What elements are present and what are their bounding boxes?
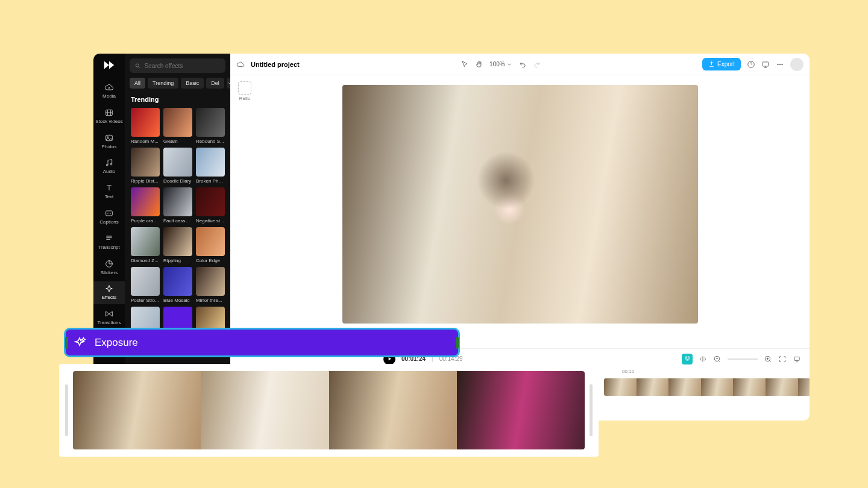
effect-label: Poster Stro... [131, 298, 160, 303]
nav-effects[interactable]: Effects [93, 281, 125, 304]
nav-captions[interactable]: Captions [93, 206, 125, 229]
effect-thumb [196, 227, 225, 256]
effect-label: Gleam [163, 139, 192, 144]
ruler-tick: 00:12 [622, 369, 634, 378]
fit-icon[interactable] [778, 355, 787, 363]
ratio-control[interactable]: Ratio [236, 81, 253, 101]
nav-media[interactable]: Media [93, 80, 125, 103]
nav-label: Transcript [98, 245, 119, 251]
effect-item[interactable]: Random M... [131, 108, 160, 144]
sticker-icon [104, 259, 114, 269]
clip-handle-left[interactable] [65, 337, 68, 349]
effect-item[interactable]: Poster Stro... [131, 267, 160, 303]
redo-icon[interactable] [533, 60, 541, 69]
nav-stickers[interactable]: Stickers [93, 257, 125, 280]
export-label: Export [717, 61, 735, 67]
ratio-label: Ratio [239, 96, 251, 101]
present-icon[interactable] [761, 60, 770, 69]
svg-rect-1 [106, 135, 113, 140]
help-icon[interactable] [747, 60, 755, 69]
strip-handle-left[interactable] [65, 384, 68, 436]
video-preview[interactable] [342, 85, 698, 324]
split-icon[interactable] [699, 355, 707, 363]
effect-item[interactable]: Gleam [163, 108, 192, 144]
hand-tool-icon[interactable] [475, 60, 483, 69]
nav-label: Stickers [101, 271, 118, 276]
effect-item[interactable]: Negative st... [196, 187, 225, 224]
search-input[interactable] [145, 63, 221, 69]
canvas-area[interactable]: Ratio [230, 75, 810, 348]
nav-transitions[interactable]: Transitions [93, 307, 125, 330]
video-clip[interactable] [604, 378, 810, 396]
nav-audio[interactable]: Audio [93, 155, 125, 178]
effect-label: Color Edge [196, 258, 225, 263]
nav-label: Photos [102, 145, 117, 150]
svg-rect-5 [106, 211, 113, 216]
zoom-select[interactable]: 100% [489, 61, 512, 67]
effect-thumb [131, 227, 160, 256]
captions-icon [104, 208, 114, 218]
effect-item[interactable]: Fault casset... [163, 187, 192, 224]
chip-trending[interactable]: Trending [148, 78, 178, 89]
svg-point-12 [782, 64, 783, 65]
effect-thumb [196, 187, 225, 216]
effect-item[interactable]: Rippling [163, 227, 192, 263]
effect-label: Rippling [163, 258, 192, 263]
cloud-icon [236, 60, 245, 69]
svg-point-3 [106, 164, 108, 166]
search-input-wrap[interactable] [130, 58, 225, 73]
effect-label: Random M... [131, 139, 160, 144]
nav-stock-videos[interactable]: Stock videos [93, 105, 125, 128]
nav-transcript[interactable]: Transcript [93, 231, 125, 254]
svg-rect-9 [763, 61, 768, 66]
strip-frames[interactable] [73, 371, 585, 449]
clip-handle-right[interactable] [456, 337, 459, 349]
svg-point-4 [110, 164, 112, 166]
nav-label: Effects [102, 295, 116, 301]
effect-item[interactable]: Rebound S... [196, 108, 225, 144]
effect-thumb [163, 108, 192, 137]
effect-item[interactable]: Ripple Dist... [131, 148, 160, 184]
effect-thumb [131, 267, 160, 296]
transitions-icon [104, 309, 114, 319]
nav-label: Audio [103, 169, 115, 175]
chip-more-partial[interactable]: Del [206, 78, 224, 89]
chip-basic[interactable]: Basic [181, 78, 204, 89]
magnet-icon [684, 355, 691, 362]
effect-item[interactable]: Doodle Diary [163, 148, 192, 184]
effect-label: Mirror thre... [196, 298, 225, 303]
effect-label: Doodle Diary [163, 178, 192, 184]
nav-photos[interactable]: Photos [93, 131, 125, 154]
user-avatar[interactable] [790, 58, 804, 71]
zoom-in-icon[interactable] [764, 355, 772, 363]
zoom-slider[interactable] [728, 358, 758, 360]
transcript-icon [104, 234, 114, 243]
chip-all[interactable]: All [130, 78, 145, 89]
nav-label: Media [102, 94, 116, 99]
more-icon[interactable] [776, 60, 784, 69]
effect-item[interactable]: Color Edge [196, 227, 225, 263]
frame-thumb [201, 371, 329, 449]
export-button[interactable]: Export [702, 58, 741, 70]
effect-item[interactable]: Blue Mosaic [163, 267, 192, 303]
effect-label: Fault casset... [163, 218, 192, 224]
effect-item[interactable]: Purple oran... [131, 187, 160, 224]
text-icon [104, 183, 114, 193]
effect-item[interactable]: Broken Pho... [196, 148, 225, 184]
effect-item[interactable]: Diamond Z... [131, 227, 160, 263]
frame-preview-strip [59, 364, 599, 457]
undo-icon[interactable] [518, 60, 527, 69]
effect-clip-exposure[interactable]: Exposure [64, 328, 460, 357]
snap-toggle[interactable] [682, 354, 693, 364]
top-toolbar: Untitled project 100% Export [230, 54, 810, 75]
effect-item[interactable]: Mirror thre... [196, 267, 225, 303]
fullscreen-icon[interactable] [793, 355, 801, 363]
search-icon [134, 62, 141, 69]
cursor-tool-icon[interactable] [461, 60, 469, 69]
project-title[interactable]: Untitled project [251, 61, 300, 68]
effect-label: Purple oran... [131, 218, 160, 224]
strip-handle-right[interactable] [590, 384, 593, 436]
nav-text[interactable]: Text [93, 181, 125, 204]
zoom-out-icon[interactable] [713, 355, 722, 363]
section-title: Trending [131, 96, 224, 103]
